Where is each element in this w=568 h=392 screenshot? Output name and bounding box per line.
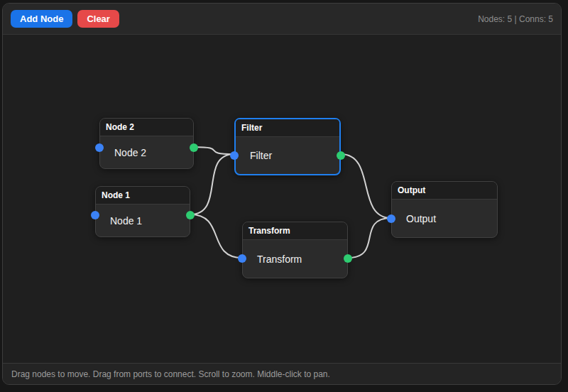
stats-counter: Nodes: 5 | Conns: 5	[478, 14, 553, 24]
add-node-button[interactable]: Add Node	[11, 10, 72, 28]
node-body: Output	[392, 200, 497, 237]
output-port[interactable]	[337, 151, 345, 160]
node-title-bar[interactable]: Filter	[236, 119, 339, 137]
wire-filter-to-output	[341, 154, 391, 218]
input-port[interactable]	[387, 214, 395, 223]
node-label: Output	[406, 213, 436, 224]
wire-node-2-to-filter	[194, 147, 234, 154]
wire-node-1-to-transform	[190, 214, 242, 258]
node-label: Node 1	[110, 215, 142, 227]
node-body: Node 2	[100, 136, 193, 168]
toolbar: Add Node Clear Nodes: 5 | Conns: 5	[3, 4, 561, 35]
node-title-bar[interactable]: Node 1	[96, 187, 190, 205]
graph-node-output[interactable]: OutputOutput	[391, 181, 498, 238]
input-port[interactable]	[238, 254, 246, 263]
node-body: Filter	[236, 137, 339, 174]
status-bar: Drag nodes to move. Drag from ports to c…	[3, 363, 561, 384]
node-title: Filter	[241, 123, 262, 133]
status-hint-text: Drag nodes to move. Drag from ports to c…	[11, 369, 330, 379]
clear-button[interactable]: Clear	[77, 10, 119, 28]
canvas[interactable]: Node 2Node 2FilterFilterNode 1Node 1Tran…	[3, 35, 561, 363]
graph-node-transform[interactable]: TransformTransform	[242, 222, 348, 278]
graph-node-filter[interactable]: FilterFilter	[234, 118, 341, 175]
output-port[interactable]	[344, 254, 352, 263]
input-port[interactable]	[230, 151, 239, 160]
node-title-bar[interactable]: Node 2	[100, 119, 193, 136]
input-port[interactable]	[95, 143, 104, 152]
wire-node-1-to-filter	[190, 154, 234, 214]
node-title-bar[interactable]: Transform	[243, 222, 347, 240]
graph-node-node-2[interactable]: Node 2Node 2	[99, 118, 194, 169]
node-title: Node 2	[106, 122, 134, 132]
node-title: Output	[398, 185, 425, 195]
graph-node-node-1[interactable]: Node 1Node 1	[95, 186, 190, 237]
wire-transform-to-output	[348, 218, 391, 258]
output-port[interactable]	[186, 211, 195, 219]
node-title-bar[interactable]: Output	[392, 182, 497, 200]
node-title: Transform	[248, 226, 290, 236]
node-label: Transform	[257, 254, 302, 265]
node-body: Node 1	[96, 205, 190, 236]
input-port[interactable]	[91, 211, 99, 219]
node-label: Node 2	[114, 147, 146, 158]
output-port[interactable]	[190, 143, 198, 152]
app-window: Add Node Clear Nodes: 5 | Conns: 5 Node …	[2, 3, 562, 385]
node-title: Node 1	[102, 190, 130, 200]
node-label: Filter	[250, 150, 272, 161]
node-body: Transform	[243, 240, 347, 278]
